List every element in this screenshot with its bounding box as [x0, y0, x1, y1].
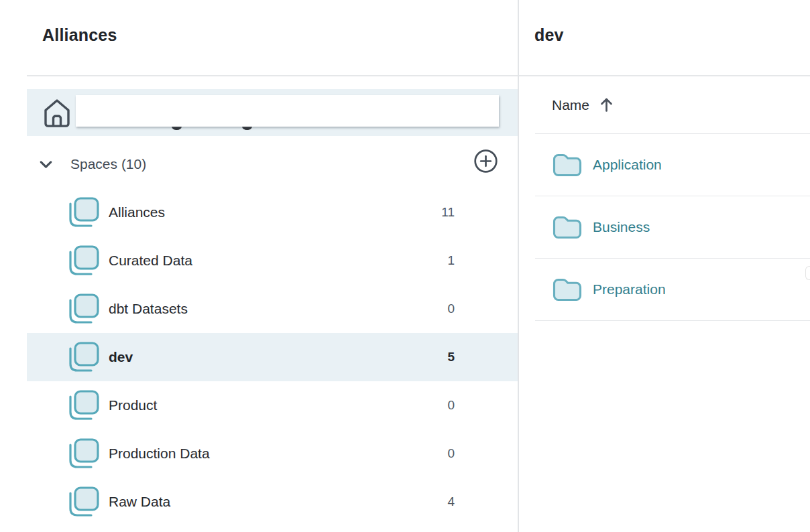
folder-link[interactable]: Application [593, 157, 662, 173]
space-name: Product [109, 397, 157, 413]
sidebar-item-dbt-datasets[interactable]: dbt Datasets 0 [27, 285, 518, 333]
space-icon [67, 244, 99, 277]
spaces-list: Alliances 11 Curated Data 1 dbt Datasets… [27, 188, 518, 526]
folder-icon [552, 277, 582, 302]
table-row[interactable]: Application [535, 134, 810, 196]
name-column-label: Name [552, 97, 589, 113]
space-icon [67, 340, 99, 374]
sort-ascending-icon [599, 96, 614, 113]
sidebar-item-product[interactable]: Product 0 [27, 381, 518, 429]
space-count: 0 [447, 302, 455, 316]
home-icon [43, 98, 71, 131]
app-window: Alliances Spaces (10) [0, 0, 810, 532]
content-panel: dev Name Application [519, 0, 810, 532]
folder-link[interactable]: Preparation [593, 281, 666, 297]
space-name: Production Data [109, 446, 210, 462]
table-header-name[interactable]: Name [535, 76, 810, 134]
folder-icon [552, 214, 582, 240]
page-title: dev [534, 25, 564, 45]
space-icon [67, 389, 99, 422]
sidebar-title-divider [27, 75, 518, 76]
spaces-section-label: Spaces (10) [70, 156, 146, 172]
sidebar-item-dev[interactable]: dev 5 [27, 333, 518, 381]
space-icon [67, 485, 99, 519]
sidebar-title: Alliances [42, 25, 117, 45]
space-count: 5 [447, 350, 455, 364]
sidebar-item-curated-data[interactable]: Curated Data 1 [27, 237, 518, 285]
space-count: 4 [447, 494, 455, 509]
plus-circle-icon [473, 149, 498, 174]
space-name: Raw Data [109, 494, 170, 510]
space-icon [67, 437, 99, 470]
space-count: 0 [447, 446, 455, 461]
sidebar: Alliances Spaces (10) [0, 0, 518, 532]
edge-cutoff-element [805, 266, 810, 280]
chevron-down-icon [38, 156, 54, 173]
table-row[interactable]: Business [535, 196, 810, 259]
space-name: Curated Data [109, 253, 192, 269]
home-row[interactable] [27, 89, 518, 136]
space-icon [67, 292, 99, 326]
space-icon [67, 196, 99, 229]
space-name: dev [109, 349, 133, 365]
space-count: 11 [441, 205, 455, 220]
table-row[interactable]: Preparation [535, 259, 810, 321]
space-count: 1 [447, 253, 455, 268]
folder-link[interactable]: Business [593, 219, 650, 235]
space-name: Alliances [109, 204, 165, 220]
redaction-overlay [76, 95, 499, 127]
space-name: dbt Datasets [109, 301, 188, 317]
catalog-table: Name Application Business [519, 76, 810, 321]
add-space-button[interactable] [473, 149, 498, 174]
sidebar-item-raw-data[interactable]: Raw Data 4 [27, 478, 518, 526]
spaces-section-header[interactable]: Spaces (10) [27, 146, 429, 182]
space-count: 0 [447, 398, 455, 413]
sidebar-item-alliances[interactable]: Alliances 11 [27, 188, 518, 237]
folder-icon [552, 152, 582, 178]
sidebar-item-production-data[interactable]: Production Data 0 [27, 429, 518, 478]
